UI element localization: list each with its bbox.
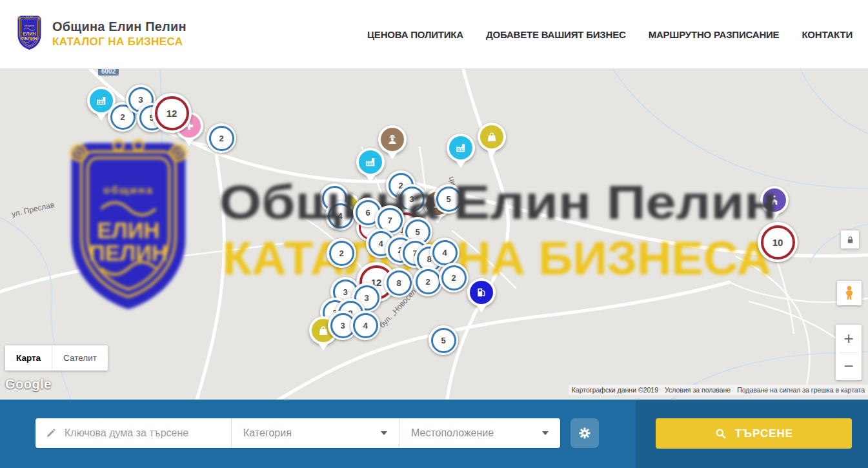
street-view-pegman-button[interactable] (837, 281, 862, 305)
map-cluster-marker[interactable]: 2 (327, 238, 356, 268)
lock-button[interactable] (841, 230, 859, 249)
map-cluster-marker[interactable]: 5 (429, 325, 458, 355)
category-select-label: Категория (243, 427, 292, 439)
site-logo[interactable]: Община Елин Пелин КАТАЛОГ НА БИЗНЕСА (14, 14, 187, 53)
search-button[interactable]: ТЪРСЕНЕ (656, 418, 852, 449)
attribution-link[interactable]: Условия за ползване (661, 385, 734, 395)
map-type-control: Карта Сателит (5, 345, 108, 371)
attribution-link[interactable]: Подаване на сигнал за грешка в картата (734, 385, 868, 395)
search-bar: Категория Местоположение ТЪРСЕНЕ (0, 400, 868, 468)
nav-item-pricing[interactable]: ЦЕНОВА ПОЛИТИКА (367, 29, 463, 40)
map-cluster-marker[interactable]: 4 (350, 310, 380, 340)
search-icon (714, 427, 727, 440)
map-pin-factory[interactable] (447, 134, 475, 162)
map-cluster-marker[interactable]: 12 (152, 93, 192, 133)
zoom-control: + − (836, 325, 862, 380)
road-label: 6002 (98, 69, 119, 76)
location-select-label: Местоположение (411, 427, 494, 439)
nav-item-add-business[interactable]: ДОБАВЕТЕ ВАШИЯТ БИЗНЕС (486, 29, 626, 40)
map-type-satellite-button[interactable]: Сателит (52, 345, 108, 371)
nav-item-contacts[interactable]: КОНТАКТИ (802, 29, 853, 40)
municipality-shield-icon (14, 14, 45, 53)
chevron-down-icon (381, 431, 387, 435)
google-map[interactable]: 6002ул. Преславциибул. „Новосел 235413 О… (0, 69, 868, 400)
map-pin-church[interactable] (760, 186, 789, 214)
site-subtitle: КАТАЛОГ НА БИЗНЕСА (52, 36, 187, 48)
map-attribution: Картографски данни ©2019Условия за ползв… (569, 385, 868, 395)
keyword-field[interactable] (35, 418, 231, 448)
lock-icon (845, 235, 855, 245)
map-cluster-marker[interactable]: 5 (434, 184, 463, 214)
map-cluster-marker[interactable]: 10 (758, 222, 798, 262)
category-select[interactable]: Категория (231, 418, 399, 448)
site-header: Община Елин Пелин КАТАЛОГ НА БИЗНЕСА ЦЕН… (0, 0, 868, 69)
chevron-down-icon (542, 431, 549, 435)
search-button-label: ТЪРСЕНЕ (735, 427, 793, 440)
map-pin-factory[interactable] (356, 148, 385, 176)
map-cluster-marker[interactable]: 4 (325, 201, 355, 230)
nav-item-route-schedule[interactable]: МАРШРУТНО РАЗПИСАНИЕ (649, 29, 780, 40)
map-pin-bag[interactable] (478, 123, 506, 151)
main-nav: ЦЕНОВА ПОЛИТИКА ДОБАВЕТЕ ВАШИЯТ БИЗНЕС М… (367, 0, 853, 69)
map-cluster-marker[interactable]: 2 (439, 263, 469, 292)
gear-icon (578, 426, 592, 440)
map-cluster-marker[interactable]: 2 (413, 267, 443, 296)
pegman-icon (841, 285, 858, 301)
site-title: Община Елин Пелин (52, 19, 187, 34)
search-fields-group: Категория Местоположение (35, 418, 560, 448)
google-logo[interactable]: Google (5, 377, 52, 392)
map-type-map-button[interactable]: Карта (5, 345, 52, 371)
pencil-icon (45, 427, 57, 439)
map-cluster-marker[interactable]: 8 (384, 268, 414, 298)
map-cluster-marker[interactable]: 2 (207, 123, 236, 153)
zoom-in-button[interactable]: + (836, 325, 862, 352)
location-select[interactable]: Местоположение (399, 418, 560, 448)
attribution-text: Картографски данни ©2019 (569, 385, 661, 395)
keyword-input[interactable] (63, 427, 221, 440)
map-pin-fuel[interactable] (467, 278, 496, 307)
zoom-out-button[interactable]: − (836, 352, 862, 380)
advanced-settings-button[interactable] (570, 418, 599, 448)
map-pin-worker[interactable] (378, 125, 407, 154)
